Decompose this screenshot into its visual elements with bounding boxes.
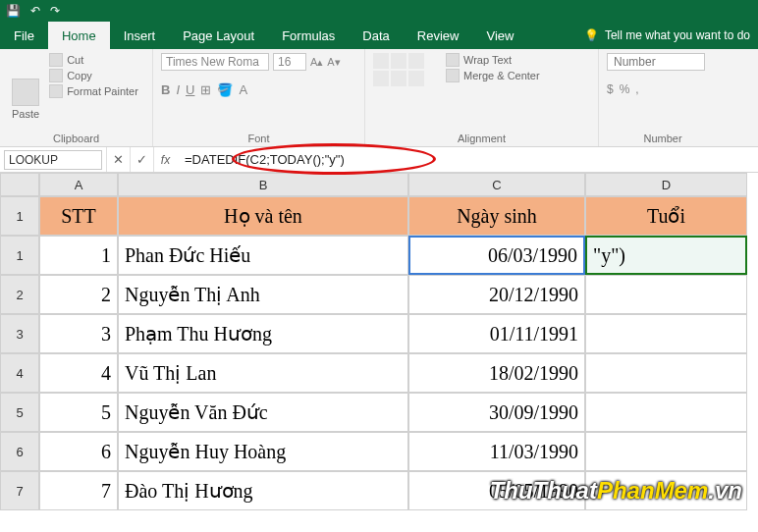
- row-head[interactable]: 3: [0, 314, 39, 353]
- col-head-d[interactable]: D: [585, 173, 747, 196]
- cell[interactable]: [585, 353, 747, 393]
- bold-button[interactable]: B: [161, 82, 170, 97]
- col-head-c[interactable]: C: [408, 173, 585, 196]
- group-label-alignment: Alignment: [365, 133, 598, 144]
- redo-icon[interactable]: ↷: [50, 4, 60, 18]
- cell[interactable]: Vũ Thị Lan: [118, 353, 408, 393]
- paste-button[interactable]: Paste: [8, 53, 43, 144]
- undo-icon[interactable]: ↶: [30, 4, 40, 18]
- wrap-icon: [446, 53, 460, 67]
- row-head[interactable]: 1: [0, 196, 39, 236]
- tab-view[interactable]: View: [472, 22, 527, 49]
- font-size-select[interactable]: 16: [273, 53, 306, 71]
- enter-formula-button[interactable]: ✓: [130, 147, 153, 172]
- tab-file[interactable]: File: [0, 22, 48, 49]
- copy-icon: [49, 69, 63, 82]
- cell[interactable]: 7: [39, 471, 118, 510]
- cell[interactable]: 5: [39, 393, 118, 432]
- cell[interactable]: 18/02/1990: [408, 353, 585, 393]
- cell[interactable]: STT: [39, 196, 118, 236]
- cell[interactable]: [585, 393, 747, 432]
- cell[interactable]: 30/09/1990: [408, 393, 585, 432]
- tab-page-layout[interactable]: Page Layout: [169, 22, 268, 49]
- row-head[interactable]: 7: [0, 471, 39, 510]
- row-head[interactable]: 2: [0, 275, 39, 314]
- font-name-select[interactable]: Times New Roma: [161, 53, 269, 71]
- col-head-b[interactable]: B: [118, 173, 408, 196]
- wrap-text-button[interactable]: Wrap Text: [446, 53, 540, 67]
- cell[interactable]: Nguyễn Thị Anh: [118, 275, 408, 314]
- cell[interactable]: 4: [39, 353, 118, 393]
- select-all-corner[interactable]: [0, 173, 39, 196]
- decrease-font-icon[interactable]: A▾: [327, 56, 340, 69]
- cancel-formula-button[interactable]: ✕: [106, 147, 130, 172]
- cell[interactable]: 6: [39, 432, 118, 471]
- watermark: ThuThuatPhanMem.vn: [490, 477, 742, 505]
- format-painter-button[interactable]: Format Painter: [49, 84, 138, 98]
- cell[interactable]: 06/03/1990: [408, 236, 585, 275]
- cut-button[interactable]: Cut: [49, 53, 138, 67]
- alignment-buttons[interactable]: [373, 53, 424, 144]
- cell[interactable]: Nguyễn Văn Đức: [118, 393, 408, 432]
- fill-color-button[interactable]: 🪣: [217, 82, 233, 97]
- cell[interactable]: [585, 275, 747, 314]
- tab-data[interactable]: Data: [349, 22, 403, 49]
- merge-center-button[interactable]: Merge & Center: [446, 69, 540, 82]
- formula-input[interactable]: [177, 150, 758, 169]
- brush-icon: [49, 84, 63, 98]
- italic-button[interactable]: I: [176, 82, 180, 97]
- copy-button[interactable]: Copy: [49, 69, 138, 82]
- row-head[interactable]: 5: [0, 393, 39, 432]
- cell[interactable]: 2: [39, 275, 118, 314]
- paste-icon: [12, 79, 39, 106]
- group-label-clipboard: Clipboard: [0, 133, 152, 144]
- formula-bar: ✕ ✓ fx: [0, 147, 758, 173]
- group-label-font: Font: [153, 133, 364, 144]
- col-head-a[interactable]: A: [39, 173, 118, 196]
- group-label-number: Number: [599, 133, 727, 144]
- cell[interactable]: 01/11/1991: [408, 314, 585, 353]
- underline-button[interactable]: U: [186, 82, 194, 97]
- cell[interactable]: 3: [39, 314, 118, 353]
- cell[interactable]: Phan Đức Hiếu: [118, 236, 408, 275]
- cell[interactable]: Phạm Thu Hương: [118, 314, 408, 353]
- cell-active[interactable]: "y"): [585, 236, 747, 275]
- ribbon: Paste Cut Copy Format Painter Clipboard …: [0, 49, 758, 147]
- accounting-button[interactable]: $: [607, 82, 614, 96]
- quick-access-toolbar: 💾 ↶ ↷: [0, 0, 758, 22]
- ribbon-tabs: File Home Insert Page Layout Formulas Da…: [0, 22, 758, 49]
- cell[interactable]: Họ và tên: [118, 196, 408, 236]
- row-head[interactable]: 1: [0, 236, 39, 275]
- paste-label: Paste: [12, 108, 39, 120]
- percent-button[interactable]: %: [620, 82, 630, 96]
- font-color-button[interactable]: A: [239, 82, 247, 97]
- number-format-select[interactable]: Number: [607, 53, 705, 71]
- tab-review[interactable]: Review: [404, 22, 473, 49]
- worksheet[interactable]: A B C D 1 STT Họ và tên Ngày sinh Tuổi 1…: [0, 173, 758, 510]
- row-head[interactable]: 6: [0, 432, 39, 471]
- tab-home[interactable]: Home: [48, 22, 110, 49]
- cell[interactable]: Tuổi: [585, 196, 747, 236]
- cell[interactable]: Ngày sinh: [408, 196, 585, 236]
- cell[interactable]: 11/03/1990: [408, 432, 585, 471]
- tab-insert[interactable]: Insert: [110, 22, 170, 49]
- tell-me-search[interactable]: Tell me what you want to do: [584, 22, 758, 49]
- insert-function-button[interactable]: fx: [153, 147, 177, 172]
- save-icon[interactable]: 💾: [6, 4, 21, 18]
- increase-font-icon[interactable]: A▴: [310, 56, 323, 69]
- cell[interactable]: 1: [39, 236, 118, 275]
- scissors-icon: [49, 53, 63, 67]
- cell[interactable]: Nguyễn Huy Hoàng: [118, 432, 408, 471]
- border-button[interactable]: ⊞: [200, 82, 211, 97]
- name-box[interactable]: [4, 150, 102, 170]
- cell[interactable]: [585, 432, 747, 471]
- comma-button[interactable]: ,: [635, 82, 638, 96]
- tab-formulas[interactable]: Formulas: [268, 22, 349, 49]
- cell[interactable]: [585, 314, 747, 353]
- cell[interactable]: Đào Thị Hương: [118, 471, 408, 510]
- row-head[interactable]: 4: [0, 353, 39, 393]
- cell[interactable]: 20/12/1990: [408, 275, 585, 314]
- merge-icon: [446, 69, 460, 82]
